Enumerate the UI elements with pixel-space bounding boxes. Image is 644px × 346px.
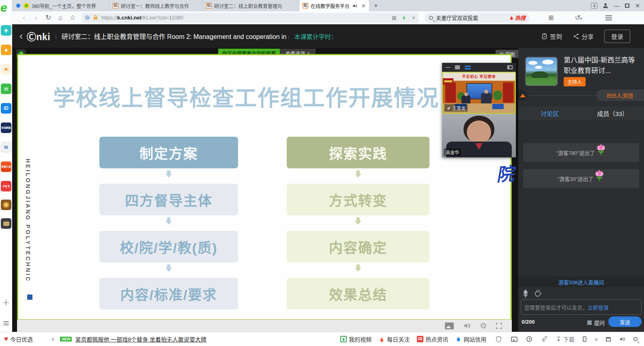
- cam-name-label: 王宝龙: [444, 104, 468, 112]
- sign-in-button[interactable]: 签到: [541, 32, 562, 41]
- settings-gear-icon[interactable]: ⚙: [480, 322, 487, 330]
- tab-room2[interactable]: 知 研讨室二：线上职业教育管理与: [203, 0, 299, 11]
- reader-mode-icon[interactable]: [85, 15, 90, 20]
- sidebar-game1-icon[interactable]: [1, 200, 11, 210]
- flow-arrow-icon: [165, 170, 172, 178]
- back-icon[interactable]: ‹: [18, 14, 30, 22]
- daily-picks-button[interactable]: ♥今日优选: [4, 335, 33, 343]
- apps-grid-icon[interactable]: ⊞: [548, 14, 554, 21]
- sound-icon[interactable]: [619, 336, 625, 342]
- cloud-shape: [535, 66, 542, 69]
- login-now-link[interactable]: 立即登录: [588, 305, 609, 311]
- send-flower-icon[interactable]: [522, 289, 530, 299]
- sidebar-mail-icon[interactable]: ✉: [1, 84, 11, 94]
- sidebar-xiaohongshu-icon[interactable]: 小红书: [1, 181, 11, 191]
- cam-layout-icon[interactable]: [507, 65, 513, 69]
- sidebar-nav-icon[interactable]: ✚: [1, 25, 11, 36]
- extensions-grid-icon[interactable]: ⊞: [392, 15, 397, 21]
- tab-discussion[interactable]: 讨论区: [518, 106, 581, 121]
- tab-members[interactable]: 成员（33）: [581, 106, 644, 121]
- sidebar-favorites-icon[interactable]: ★: [1, 45, 11, 55]
- screen: 360导航_一个主页，整个世界 知 研讨室一：教师线上教学与合作 知 研讨室二：…: [0, 0, 644, 346]
- live-thumbnail[interactable]: [525, 57, 558, 86]
- expand-chevrons-icon[interactable]: ∨∨: [52, 338, 54, 340]
- sweep-icon[interactable]: ≈: [595, 336, 598, 343]
- tab-label: 研讨室一：教师线上教学与合作: [121, 2, 189, 9]
- daily-follow-button[interactable]: 每日关注: [379, 335, 410, 343]
- sidebar-toggle-icon[interactable]: [583, 336, 586, 342]
- sidebar-novel-icon[interactable]: 免费小说: [1, 161, 11, 172]
- cam-menu-icon[interactable]: [465, 66, 471, 69]
- cam-restore-icon[interactable]: [455, 65, 460, 69]
- room-placard: [492, 104, 504, 109]
- site-credit-button[interactable]: 网站信用: [455, 335, 486, 343]
- sidebar-doc-icon[interactable]: W: [1, 142, 11, 153]
- taskbar-search-icon[interactable]: [633, 337, 638, 341]
- webcam-titlebar: —: [442, 63, 516, 72]
- sidebar-add-icon[interactable]: ＋: [1, 297, 11, 307]
- sidebar-list-icon[interactable]: [1, 318, 11, 329]
- chat-input[interactable]: 您需要登录后才可以发言，立即登录: [521, 299, 642, 315]
- login-button[interactable]: 登录: [604, 30, 630, 43]
- sidebar-edu-icon[interactable]: 环球网校: [1, 122, 11, 133]
- gift-message: "游客30"送出了: [523, 169, 639, 188]
- window-close-button[interactable]: ✕: [635, 2, 640, 9]
- bottom-toolbar: ♥今日优选 ∨∨ NEW 吴京都佩服他 一部戏8个替身 坐着拍无人敢说耍大牌 我…: [0, 332, 644, 346]
- sidebar-id-icon[interactable]: iD: [1, 103, 11, 114]
- viewer-count: 855人浏览: [596, 90, 644, 101]
- home-icon[interactable]: ⌂: [54, 14, 67, 22]
- tab-close-icon[interactable]: ✕: [361, 3, 366, 9]
- tulip-flower-icon: [594, 169, 605, 182]
- history-clock-icon[interactable]: [526, 336, 532, 342]
- tab-online-teaching[interactable]: 知 在线教学服务平台 ✕: [299, 0, 369, 11]
- tab-360-nav[interactable]: 360导航_一个主页，整个世界: [12, 0, 109, 11]
- tab-count-badge[interactable]: 4: [591, 3, 597, 9]
- sidebar-weibo-icon[interactable]: [1, 64, 11, 75]
- send-button[interactable]: 发送: [608, 316, 642, 327]
- screenshot-icon[interactable]: [511, 337, 517, 342]
- cloud-shape: [528, 61, 537, 65]
- hot-search-label[interactable]: 热搜: [515, 14, 526, 21]
- address-bar[interactable]: https://k.cnki.net/KLive?cid=11080 ⊞ ∨: [82, 13, 419, 23]
- webcam-window[interactable]: — 不忘初心 牢记使命 王宝龙 高金华: [442, 63, 516, 157]
- tab-audio-icon[interactable]: [352, 3, 357, 9]
- search-box[interactable]: 夫妻厅官双双投案 热搜: [425, 13, 530, 23]
- window-minimize-button[interactable]: —: [614, 2, 619, 9]
- window-maximize-button[interactable]: [625, 4, 629, 8]
- new-tab-button[interactable]: +: [369, 0, 383, 11]
- undo-icon[interactable]: ↺▾: [575, 14, 582, 21]
- water-drop-icon: [455, 336, 462, 342]
- applause-icon[interactable]: [534, 289, 543, 298]
- shield-icon[interactable]: [495, 336, 502, 343]
- flow-box: 内容/标准/要求: [99, 278, 238, 309]
- download-button[interactable]: ↧下载: [556, 335, 575, 343]
- ssl-warning-lock-icon[interactable]: [92, 15, 99, 21]
- bookmark-star-icon[interactable]: ☆: [67, 13, 79, 22]
- cam-minimize-icon[interactable]: —: [445, 64, 450, 70]
- url-text[interactable]: https://k.cnki.net/KLive?cid=11080: [101, 15, 183, 21]
- menu-icon[interactable]: [605, 15, 612, 20]
- ask-checkbox[interactable]: [587, 320, 592, 325]
- speed-boost-icon[interactable]: [401, 15, 407, 21]
- share-button[interactable]: 分享: [573, 32, 594, 41]
- reload-icon[interactable]: ↻: [42, 13, 54, 22]
- tab-room1[interactable]: 知 研讨室一：教师线上教学与合作: [109, 0, 203, 11]
- live-side-panel: 第八届中国-新西兰高等职业教育研讨... 主持人 855人浏览 讨论区 成员（3…: [518, 48, 644, 332]
- back-chevron-icon[interactable]: ‹: [19, 30, 23, 42]
- volume-icon[interactable]: [463, 322, 471, 330]
- fullscreen-icon[interactable]: [496, 323, 502, 329]
- hot-news-button[interactable]: 热点资讯: [417, 335, 448, 343]
- collapse-arrow[interactable]: [518, 90, 527, 101]
- user-icon[interactable]: [603, 3, 608, 8]
- headline-link[interactable]: 吴京都佩服他 一部戏8个替身 坐着拍无人敢说耍大牌: [75, 335, 206, 343]
- url-dropdown-icon[interactable]: ∨: [412, 15, 415, 20]
- player-control-bar: ⚙: [17, 320, 512, 332]
- forward-icon[interactable]: ›: [30, 14, 42, 22]
- snapshot-icon[interactable]: [445, 322, 454, 329]
- search-text[interactable]: 夫妻厅官双双投案: [436, 14, 478, 21]
- boost-rocket-icon[interactable]: [541, 336, 548, 343]
- ask-question-toggle[interactable]: 提问: [587, 319, 605, 327]
- sidebar-game2-icon[interactable]: [1, 218, 11, 229]
- windows-icon[interactable]: [606, 337, 611, 342]
- my-videos-button[interactable]: 我的视频: [340, 335, 371, 343]
